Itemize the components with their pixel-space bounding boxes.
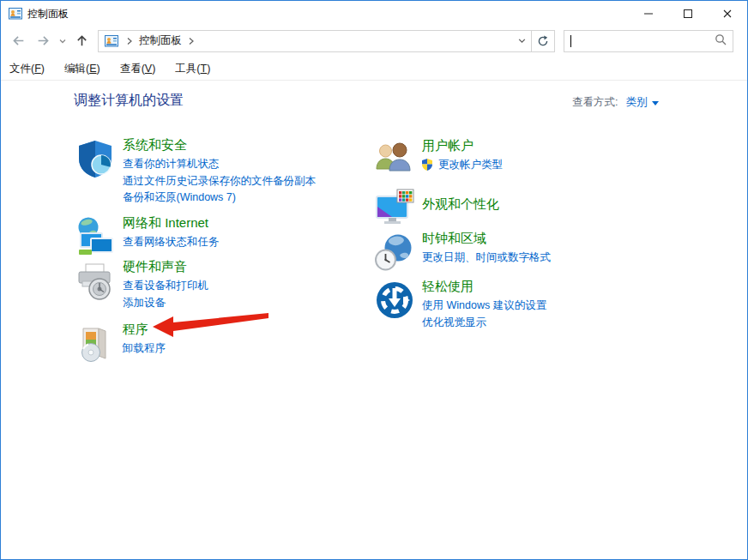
maximize-button[interactable] — [668, 1, 708, 27]
up-button[interactable] — [69, 30, 94, 52]
uac-shield-icon — [422, 159, 434, 172]
back-button[interactable] — [6, 30, 31, 52]
category-sub-link[interactable]: 查看你的计算机状态 — [123, 156, 220, 173]
category-title-link[interactable]: 硬件和声音 — [123, 257, 187, 275]
control-panel-window: 控制面板 — [0, 0, 748, 560]
minimize-icon — [642, 7, 655, 21]
appearance-personalization-icon — [374, 185, 415, 226]
view-by-label: 查看方式: — [572, 95, 618, 110]
category-title-link[interactable]: 时钟和区域 — [422, 229, 486, 247]
menu-bar: 文件(F) 编辑(E) 查看(V) 工具(T) — [1, 58, 747, 81]
network-internet-icon — [75, 216, 116, 257]
view-by-control: 查看方式: 类别 — [572, 95, 659, 110]
category-user-accounts: 用户帐户 更改帐户类型 — [374, 136, 503, 180]
breadcrumb-chevron-icon[interactable] — [120, 37, 139, 45]
chevron-down-icon — [652, 101, 659, 105]
up-arrow-icon — [75, 33, 89, 48]
category-sub-link[interactable]: 使用 Windows 建议的设置 — [422, 298, 546, 315]
category-title-link[interactable]: 网络和 Internet — [123, 214, 208, 232]
red-arrow-annotation — [152, 310, 270, 340]
chevron-down-icon — [517, 36, 527, 45]
category-sub-link[interactable]: 查看设备和打印机 — [123, 278, 208, 295]
clock-region-icon — [374, 232, 415, 273]
page-title: 调整计算机的设置 — [74, 92, 184, 110]
menu-edit[interactable]: 编辑(E) — [64, 62, 100, 76]
category-sub-link[interactable]: 通过文件历史记录保存你的文件备份副本 — [123, 173, 316, 190]
chevron-down-icon — [58, 37, 67, 45]
menu-view[interactable]: 查看(V) — [120, 62, 156, 76]
category-sub-link[interactable]: 备份和还原(Windows 7) — [123, 190, 236, 207]
maximize-icon — [681, 7, 695, 21]
category-sub-link[interactable]: 优化视觉显示 — [422, 315, 486, 332]
refresh-button[interactable] — [531, 31, 554, 51]
view-by-dropdown[interactable]: 类别 — [625, 95, 659, 110]
hardware-sound-icon — [75, 260, 116, 301]
category-title-link[interactable]: 轻松使用 — [422, 277, 474, 295]
category-system-security: 系统和安全 查看你的计算机状态 通过文件历史记录保存你的文件备份副本 备份和还原… — [75, 135, 316, 207]
user-accounts-icon — [374, 139, 415, 180]
category-clock-region: 时钟和区域 更改日期、时间或数字格式 — [374, 229, 551, 273]
category-title-link[interactable]: 程序 — [123, 320, 148, 338]
category-title-link[interactable]: 用户帐户 — [422, 136, 474, 154]
category-network-internet: 网络和 Internet 查看网络状态和任务 — [75, 214, 220, 257]
category-sub-link[interactable]: 卸载程序 — [123, 340, 166, 358]
minimize-button[interactable] — [629, 1, 668, 27]
close-button[interactable] — [708, 1, 747, 27]
ease-of-access-icon — [374, 280, 415, 321]
breadcrumb-chevron-icon[interactable] — [182, 37, 201, 45]
menu-file[interactable]: 文件(F) — [9, 62, 45, 76]
refresh-icon — [537, 35, 549, 47]
back-arrow-icon — [11, 33, 26, 48]
category-ease-of-access: 轻松使用 使用 Windows 建议的设置 优化视觉显示 — [374, 277, 546, 331]
titlebar: 控制面板 — [1, 1, 747, 27]
caption-buttons — [629, 1, 747, 27]
close-icon — [721, 7, 734, 21]
menu-tools[interactable]: 工具(T) — [175, 62, 210, 76]
programs-icon — [75, 322, 116, 364]
category-sub-link[interactable]: 更改日期、时间或数字格式 — [422, 250, 551, 267]
category-appearance-personalization: 外观和个性化 — [374, 183, 499, 226]
system-security-icon — [75, 138, 116, 179]
category-sub-link[interactable]: 查看网络状态和任务 — [123, 234, 220, 251]
address-bar[interactable]: 控制面板 — [98, 30, 555, 52]
category-title-link[interactable]: 外观和个性化 — [422, 195, 499, 213]
forward-button[interactable] — [31, 30, 56, 52]
address-dropdown-button[interactable] — [512, 31, 531, 51]
breadcrumb[interactable]: 控制面板 — [139, 33, 182, 48]
category-sub-link[interactable]: 更改帐户类型 — [422, 157, 503, 174]
search-input[interactable] — [571, 34, 715, 48]
category-title-link[interactable]: 系统和安全 — [123, 135, 187, 154]
category-hardware-sound: 硬件和声音 查看设备和打印机 添加设备 — [75, 257, 208, 311]
search-box[interactable] — [564, 30, 733, 52]
recent-locations-button[interactable] — [56, 30, 69, 52]
control-panel-icon — [105, 34, 118, 48]
window-title: 控制面板 — [27, 7, 69, 21]
search-icon — [715, 33, 727, 49]
control-panel-icon — [9, 7, 22, 21]
category-sub-link[interactable]: 添加设备 — [123, 295, 166, 312]
forward-arrow-icon — [36, 33, 51, 48]
navigation-bar: 控制面板 — [1, 27, 747, 58]
